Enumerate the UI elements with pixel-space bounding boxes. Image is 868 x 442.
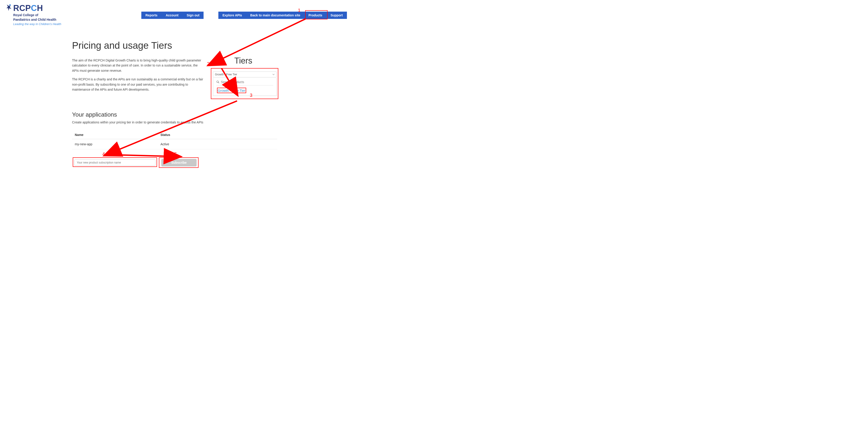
svg-line-6 [115,155,166,156]
logo-subtitle-2: Paediatrics and Child Health [13,18,61,22]
app-name-cell: my-new-app [75,142,160,146]
nav-account[interactable]: Account [162,11,183,19]
rcpch-logo: RCPCH Royal College of Paediatrics and C… [6,4,61,26]
nav-explore-apis[interactable]: Explore APIs [218,11,246,19]
site-nav: Explore APIs Back to main documentation … [218,11,347,19]
nav-back-docs[interactable]: Back to main documentation site [246,11,304,19]
tier-selected-value: Growth - Free Tier [215,73,237,76]
rcpch-star-icon [6,4,12,11]
subscription-name-input[interactable] [74,160,155,166]
nav-products[interactable]: Products [304,11,327,19]
tier-dropdown: Growth - Free Tier [213,78,277,96]
page-title: Pricing and usage Tiers [72,40,277,51]
applications-table: Name Status my-new-app Active [72,131,277,149]
column-header-status: Status [160,133,274,137]
logo-brand-text: RCPCH [13,4,43,12]
tier-search-input[interactable] [221,80,273,84]
app-status-cell: Active [160,142,274,146]
annotation-label-4: 4 [102,151,105,157]
subscribe-button[interactable]: Subscribe [161,159,196,166]
table-row: my-new-app Active [72,139,277,149]
applications-subtitle: Create applications within your pricing … [72,121,277,124]
column-header-name: Name [75,133,160,137]
search-icon [216,80,219,83]
nav-signout[interactable]: Sign out [183,11,204,19]
tier-option-growth-free[interactable]: Growth - Free Tier [218,89,273,93]
chevron-down-icon [272,73,275,76]
nav-support[interactable]: Support [327,11,347,19]
logo-tagline: Leading the way in Children's Health [13,22,61,26]
tier-select[interactable]: Growth - Free Tier [213,71,277,77]
nav-reports[interactable]: Reports [141,11,162,19]
annotation-label-5: 5 [175,151,177,157]
svg-line-2 [218,82,219,83]
svg-point-1 [217,81,219,83]
applications-heading: Your applications [72,111,277,118]
logo-subtitle-1: Royal College of [13,13,61,17]
intro-paragraph-1: The aim of the RCPCH Digital Growth Char… [72,58,204,73]
intro-paragraph-2: The RCPCH is a charity and the APIs are … [72,77,204,92]
user-nav: Reports Account Sign out [141,11,204,19]
svg-point-0 [9,4,11,6]
tiers-heading: Tiers [234,56,252,66]
